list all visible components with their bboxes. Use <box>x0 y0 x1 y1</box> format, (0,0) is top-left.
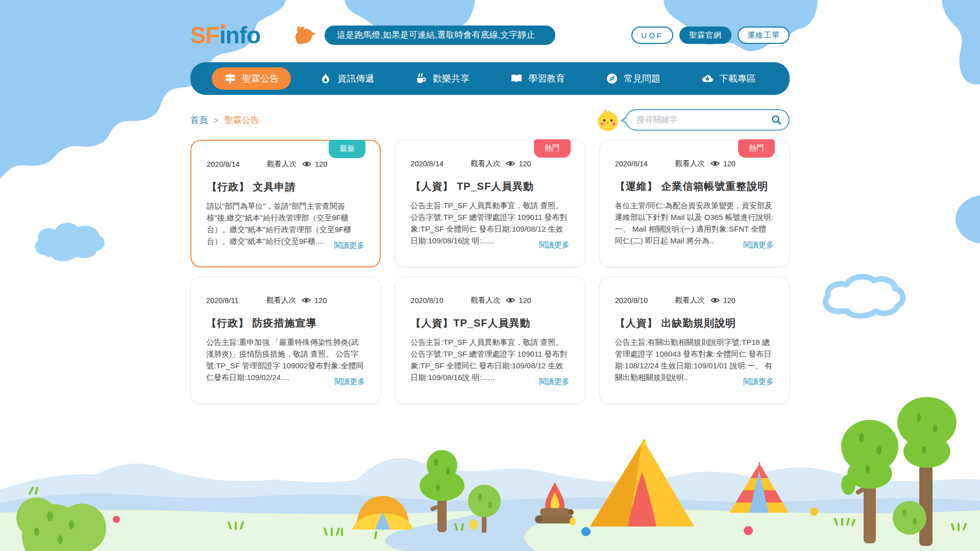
card-body: 公告主旨:TP_SF 人員異動事宜，敬請 查照。公告字號:TP_SF 總管理處證… <box>410 199 569 246</box>
nav-item-faq[interactable]: 常見問題 <box>594 67 673 90</box>
views-label: 觀看人次 <box>266 295 296 305</box>
compass-icon <box>606 72 618 85</box>
card-body: 各位主管/同仁:為配合資安政策變更，資安部及運維部以下針對 Mail 以及 O3… <box>615 199 774 246</box>
views-count: 120 <box>314 296 327 305</box>
read-more-link[interactable]: 閱讀更多 <box>539 240 570 250</box>
views-label: 觀看人次 <box>471 159 500 168</box>
eye-icon <box>302 297 311 304</box>
breadcrumb-separator: > <box>214 116 218 124</box>
coffee-icon <box>415 72 427 85</box>
chick-mascot-icon <box>596 108 620 132</box>
card-title: 【人資】TP_SF人員異動 <box>410 316 569 330</box>
views-label: 觀看人次 <box>267 159 297 169</box>
card-title: 【人資】 TP_SF人員異動 <box>410 180 569 193</box>
bird-icon <box>294 24 317 46</box>
read-more-link[interactable]: 閱讀更多 <box>539 377 570 387</box>
cloud-download-icon <box>701 72 714 85</box>
uof-button[interactable]: UOF <box>631 27 673 44</box>
announcement-card: 熱門 2020/8/14 觀看人次 120 【運維】 企業信箱帳號重整說明 各位… <box>599 140 790 267</box>
announcement-card: 2020/8/11 觀看人次 120 【行政】 防疫措施宣導 公告主旨:重申加強… <box>190 277 381 404</box>
card-date: 2020/8/14 <box>207 160 267 168</box>
views-count: 120 <box>519 296 531 305</box>
announcement-card: 2020/8/10 觀看人次 120 【人資】 出缺勤規則說明 公告主旨:有關出… <box>599 277 790 404</box>
book-icon <box>510 72 523 85</box>
breadcrumb-current: 聖霖公告 <box>225 114 259 126</box>
card-title: 【運維】 企業信箱帳號重整說明 <box>615 180 774 193</box>
read-more-link[interactable]: 閱讀更多 <box>743 240 774 250</box>
card-date: 2020/8/10 <box>410 296 471 305</box>
views-label: 觀看人次 <box>675 295 705 305</box>
read-more-link[interactable]: 閱讀更多 <box>743 377 774 387</box>
views-count: 120 <box>723 296 736 305</box>
announcement-card: 2020/8/10 觀看人次 120 【人資】TP_SF人員異動 公告主旨:TP… <box>395 277 585 404</box>
card-title: 【行政】 文具申請 <box>207 180 364 194</box>
logo-part-1: SF <box>190 22 219 48</box>
marquee-banner[interactable]: 這是跑馬燈,如果是可連結,選取時會有底線,文字靜止 <box>325 26 555 45</box>
official-site-button[interactable]: 聖霖官網 <box>679 27 731 44</box>
eye-icon <box>506 297 515 304</box>
views-count: 120 <box>519 160 531 168</box>
logo[interactable]: SFinfo <box>190 21 260 49</box>
search-icon[interactable] <box>771 115 781 125</box>
announcement-card: 最新 2020/8/14 觀看人次 120 【行政】 文具申請 請以"部門為單位… <box>190 140 381 267</box>
breadcrumb-home-link[interactable]: 首頁 <box>190 114 208 126</box>
announcement-cards: 最新 2020/8/14 觀看人次 120 【行政】 文具申請 請以"部門為單位… <box>190 140 790 404</box>
breadcrumb: 首頁 > 聖霖公告 <box>190 114 259 126</box>
card-date: 2020/8/14 <box>410 160 471 168</box>
eye-icon <box>302 161 311 167</box>
card-title: 【人資】 出缺勤規則說明 <box>615 316 774 330</box>
card-body: 公告主旨:有關出勤相關規則說明字號:TP18 總管理處證字 108043 發布對… <box>615 336 774 383</box>
nav-item-announcements[interactable]: 聖霖公告 <box>212 67 291 90</box>
read-more-link[interactable]: 閱讀更多 <box>334 241 364 251</box>
header-buttons: UOF 聖霖官網 運維工單 <box>631 27 790 44</box>
search-input[interactable] <box>636 115 771 124</box>
status-badge: 熱門 <box>738 139 775 158</box>
nav-item-downloads[interactable]: 下載專區 <box>689 67 768 90</box>
card-date: 2020/8/10 <box>615 296 675 305</box>
eye-icon <box>710 297 720 304</box>
card-body: 公告主旨:重申加強 「嚴重特殊傳染性肺炎(武漢肺炎)」疫情防疫措施，敬請 查照。… <box>206 336 365 383</box>
ops-ticket-button[interactable]: 運維工單 <box>738 27 790 44</box>
logo-part-2: info <box>219 21 260 49</box>
flame-icon <box>320 72 332 85</box>
search-box <box>625 109 790 131</box>
header: SFinfo 這是跑馬燈,如果是可連結,選取時會有底線,文字靜止 UOF 聖霖官… <box>190 20 790 50</box>
card-date: 2020/8/11 <box>206 296 266 305</box>
announcement-card: 熱門 2020/8/14 觀看人次 120 【人資】 TP_SF人員異動 公告主… <box>395 140 585 267</box>
nav-item-info-delivery[interactable]: 資訊傳遞 <box>307 67 386 90</box>
status-badge: 熱門 <box>534 139 571 158</box>
landscape-illustration <box>0 388 980 551</box>
nav-item-learning[interactable]: 學習教育 <box>498 67 577 90</box>
main-navbar: 聖霖公告 資訊傳遞 歡樂共享 學習教育 <box>190 62 790 95</box>
eye-icon <box>710 160 720 167</box>
status-badge: 最新 <box>329 140 365 158</box>
signpost-icon <box>224 72 236 85</box>
card-title: 【行政】 防疫措施宣導 <box>206 316 365 330</box>
nav-item-fun-share[interactable]: 歡樂共享 <box>403 67 482 90</box>
views-count: 120 <box>723 160 736 168</box>
card-body: 公告主旨:TP_SF 人員異動事宜，敬請 查照。公告字號:TP_SF 總管理處證… <box>410 336 569 383</box>
card-body: 請以"部門為單位"，並請"部門主管查閱簽核"後,繳交"紙本"給行政管理部（交至9… <box>207 200 364 247</box>
views-count: 120 <box>315 160 327 168</box>
eye-icon <box>506 160 515 167</box>
read-more-link[interactable]: 閱讀更多 <box>334 377 365 387</box>
card-date: 2020/8/14 <box>615 160 675 168</box>
views-label: 觀看人次 <box>675 159 705 168</box>
views-label: 觀看人次 <box>471 295 500 305</box>
